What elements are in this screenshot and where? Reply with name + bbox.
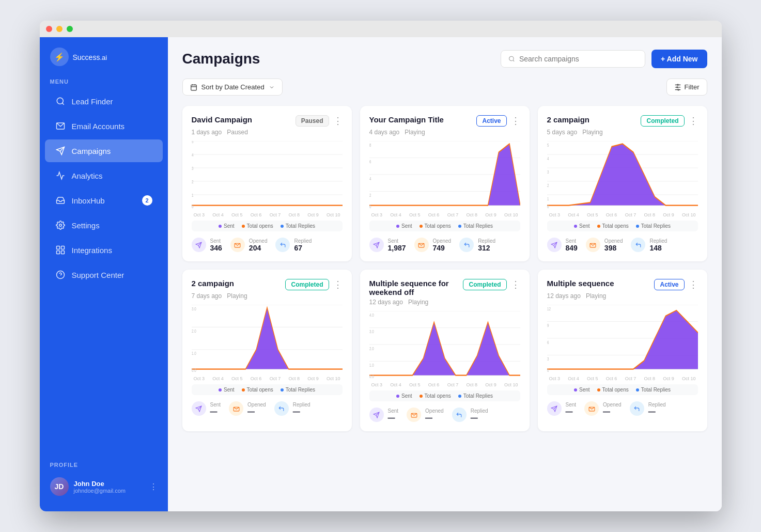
minimize-dot[interactable] [56,26,63,32]
sort-button[interactable]: Sort by Date Created [182,79,283,96]
sidebar: ⚡ Success.ai MENU Lead Finder Email Acco… [40,37,168,511]
replied-icon [452,408,467,422]
chart-area: 8 6 4 2 0 [369,141,520,208]
svg-text:3.0: 3.0 [192,306,196,312]
card-meta: 12 days ago Playing [547,292,698,300]
card-menu-button[interactable]: ⋮ [689,116,698,126]
sidebar-bottom: PROFILE JD John Doe johndoe@gmail.com ⋮ [40,462,168,501]
campaign-card-weekend: Multiple sequence for weekend off Comple… [360,270,530,431]
svg-text:2.0: 2.0 [369,346,374,352]
close-dot[interactable] [46,26,52,32]
card-menu-button[interactable]: ⋮ [333,280,343,289]
card-stats: Sent 346 Opened 204 [192,238,343,252]
sidebar-item-email-accounts[interactable]: Email Accounts [45,115,163,137]
card-menu-button[interactable]: ⋮ [511,280,520,289]
campaign-card-2-completed-2: 2 campaign Completed ⋮ 7 days ago Playin… [182,270,352,431]
svg-text:2: 2 [192,179,194,185]
chart-area: 4.0 3.0 2.0 1.0 0.0 [369,311,520,378]
card-meta: 4 days ago Playing [369,129,520,136]
svg-text:2: 2 [547,183,549,189]
maximize-dot[interactable] [67,26,73,32]
stat-opened: Opened — [229,401,266,416]
status-badge: Paused [296,115,329,127]
svg-text:0.0: 0.0 [192,368,196,372]
campaign-title: David Campaign [192,115,296,124]
svg-text:1.0: 1.0 [369,363,374,368]
chart-svg: 3.0 2.0 1.0 0.0 [192,305,343,372]
logo-text: Success.ai [73,52,107,62]
card-menu-button[interactable]: ⋮ [689,280,698,289]
campaign-title: 2 campaign [192,279,286,288]
inbox-icon [55,195,66,206]
card-meta: 7 days ago Playing [192,292,343,300]
profile-menu-icon[interactable]: ⋮ [149,482,158,492]
sidebar-item-support[interactable]: Support Center [45,263,163,286]
status-badge: Active [476,115,506,127]
svg-text:2: 2 [369,193,371,198]
svg-text:0.0: 0.0 [369,374,374,378]
status-badge: Completed [641,115,684,127]
replied-icon [275,238,290,252]
header-actions: + Add New [501,50,707,68]
gear-icon [55,220,66,230]
sidebar-item-integrations[interactable]: Integrations [45,239,163,261]
sidebar-label-analytics: Analytics [72,171,103,180]
menu-label: MENU [40,79,168,89]
svg-text:1: 1 [192,193,194,198]
card-header-right: Active ⋮ [654,279,697,290]
card-menu-button[interactable]: ⋮ [511,116,520,126]
chart-legend: Sent Total opens Total Replies [547,221,698,231]
svg-text:8: 8 [369,143,371,148]
replied-icon [631,238,645,252]
stat-sent: Sent 849 [547,238,578,252]
opened-icon [229,401,243,416]
sidebar-item-settings[interactable]: Settings [45,214,163,237]
card-meta: 12 days ago Playing [369,299,520,306]
status-badge: Completed [285,279,329,290]
svg-line-1 [62,103,64,104]
search-input[interactable] [519,55,638,63]
stat-sent: Sent — [369,408,399,422]
add-new-button[interactable]: + Add New [651,50,707,68]
sort-label: Sort by Date Created [201,83,265,91]
sidebar-item-inboxhub[interactable]: InboxHub 2 [45,189,163,212]
card-header: 2 campaign Completed ⋮ [192,279,343,290]
svg-marker-89 [369,322,520,375]
campaign-card-multiple-active: Multiple sequence Active ⋮ 12 days ago P… [538,270,707,431]
filter-button[interactable]: Filter [666,79,707,96]
svg-point-24 [677,84,678,85]
card-menu-button[interactable]: ⋮ [333,116,343,126]
send-icon [55,146,66,156]
svg-text:4: 4 [547,156,549,162]
sent-icon [547,238,562,252]
sidebar-label-inboxhub: InboxHub [72,196,105,205]
sidebar-item-analytics[interactable]: Analytics [45,164,163,187]
chart-legend: Sent Total opens Total Replies [192,221,343,231]
sidebar-label-integrations: Integrations [72,246,112,255]
profile-item[interactable]: JD John Doe johndoe@gmail.com ⋮ [45,472,163,501]
search-box[interactable] [501,50,645,68]
calendar-icon [190,84,197,91]
chart-area: 3.0 2.0 1.0 0.0 [192,305,343,372]
campaign-card-david: David Campaign Paused ⋮ 1 days ago Pause… [182,106,352,261]
sidebar-item-lead-finder[interactable]: Lead Finder [45,90,163,113]
stat-replied: Replied — [452,408,488,422]
svg-point-12 [509,56,514,61]
svg-text:12: 12 [547,306,551,312]
stat-sent: Sent — [547,401,577,416]
profile-email: johndoe@gmail.com [74,488,126,494]
card-header: Multiple sequence for weekend off Comple… [369,279,520,296]
svg-rect-7 [61,246,64,249]
svg-rect-14 [191,85,196,90]
stat-sent: Sent 1,987 [369,238,406,252]
sidebar-item-campaigns[interactable]: Campaigns [45,139,163,162]
filter-label: Filter [685,83,700,91]
chart-svg: 5 4 3 2 1 0 [547,141,698,208]
card-header: Your Campaign Title Active ⋮ [369,115,520,127]
campaign-title: Multiple sequence for weekend off [369,279,463,296]
card-stats: Sent 849 Opened 398 [547,238,698,252]
svg-text:9: 9 [547,323,549,328]
sidebar-label-email-accounts: Email Accounts [72,122,125,131]
svg-text:3.0: 3.0 [369,329,374,335]
campaign-title: Multiple sequence [547,279,655,288]
